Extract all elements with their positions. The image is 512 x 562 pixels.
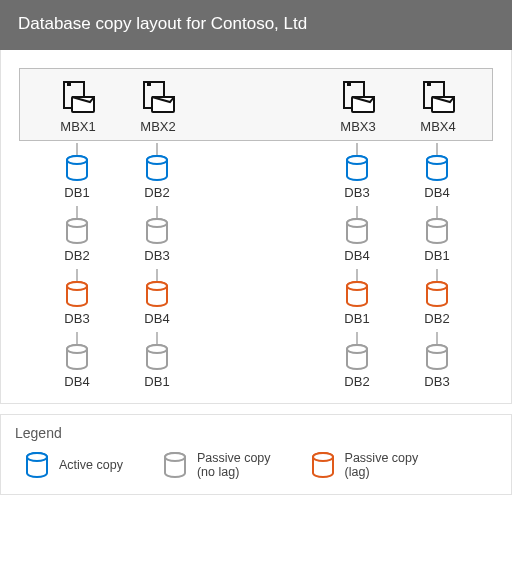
server-mbx3: MBX3 xyxy=(318,79,398,134)
server-icon xyxy=(61,79,95,113)
database-copy: DB2 xyxy=(424,269,449,330)
database-copy: DB3 xyxy=(344,143,369,204)
db-column-mbx2: DB2 DB3 DB4 DB1 xyxy=(117,141,197,393)
database-label: DB4 xyxy=(64,374,89,389)
svg-point-21 xyxy=(147,156,167,164)
database-icon xyxy=(25,452,49,478)
database-grid: DB1 DB2 DB3 DB4 DB2 xyxy=(19,141,493,393)
database-copy: DB1 xyxy=(344,269,369,330)
svg-point-19 xyxy=(67,345,87,353)
svg-point-37 xyxy=(427,156,447,164)
server-mbx1: MBX1 xyxy=(38,79,118,134)
svg-point-41 xyxy=(427,282,447,290)
database-icon xyxy=(425,155,449,181)
server-icon xyxy=(341,79,375,113)
server-mbx4: MBX4 xyxy=(398,79,478,134)
database-icon xyxy=(425,344,449,370)
database-label: DB1 xyxy=(424,248,449,263)
connector-line xyxy=(356,332,358,344)
connector-line xyxy=(356,206,358,218)
legend-passive-nolag: Passive copy(no lag) xyxy=(163,451,271,480)
database-icon xyxy=(345,281,369,307)
connector-line xyxy=(156,206,158,218)
database-icon xyxy=(425,281,449,307)
database-label: DB1 xyxy=(64,185,89,200)
database-copy: DB3 xyxy=(144,206,169,267)
database-label: DB3 xyxy=(424,374,449,389)
db-column-mbx4: DB4 DB1 DB2 DB3 xyxy=(397,141,477,393)
database-copy: DB1 xyxy=(424,206,449,267)
server-icon xyxy=(421,79,455,113)
svg-point-29 xyxy=(347,156,367,164)
database-copy: DB2 xyxy=(344,332,369,393)
database-copy: DB4 xyxy=(424,143,449,204)
connector-line xyxy=(76,206,78,218)
database-copy: DB2 xyxy=(144,143,169,204)
server-label: MBX2 xyxy=(140,119,175,134)
svg-point-31 xyxy=(347,219,367,227)
database-icon xyxy=(311,452,335,478)
server-label: MBX1 xyxy=(60,119,95,134)
db-column-mbx1: DB1 DB2 DB3 DB4 xyxy=(37,141,117,393)
database-copy: DB1 xyxy=(144,332,169,393)
database-label: DB2 xyxy=(144,185,169,200)
database-copy: DB4 xyxy=(64,332,89,393)
connector-line xyxy=(156,332,158,344)
database-icon xyxy=(425,218,449,244)
server-mbx2: MBX2 xyxy=(118,79,198,134)
svg-point-45 xyxy=(27,453,47,461)
database-icon xyxy=(65,218,89,244)
svg-point-33 xyxy=(347,282,367,290)
database-icon xyxy=(65,344,89,370)
legend-label: Passive copy(lag) xyxy=(345,451,419,480)
page-title: Database copy layout for Contoso, Ltd xyxy=(0,0,512,50)
svg-point-27 xyxy=(147,345,167,353)
connector-line xyxy=(76,269,78,281)
legend-title: Legend xyxy=(15,425,497,441)
legend-label: Passive copy(no lag) xyxy=(197,451,271,480)
connector-line xyxy=(156,269,158,281)
database-label: DB3 xyxy=(344,185,369,200)
server-icon xyxy=(141,79,175,113)
database-label: DB1 xyxy=(344,311,369,326)
database-label: DB4 xyxy=(344,248,369,263)
svg-point-23 xyxy=(147,219,167,227)
database-icon xyxy=(145,344,169,370)
svg-rect-7 xyxy=(347,82,351,86)
server-row: MBX1 MBX2 MBX3 MBX4 xyxy=(19,68,493,141)
database-copy: DB3 xyxy=(424,332,449,393)
server-label: MBX4 xyxy=(420,119,455,134)
database-label: DB2 xyxy=(424,311,449,326)
legend-passive-lag: Passive copy(lag) xyxy=(311,451,419,480)
database-copy: DB1 xyxy=(64,143,89,204)
svg-rect-4 xyxy=(147,82,151,86)
svg-point-39 xyxy=(427,219,447,227)
database-icon xyxy=(145,281,169,307)
connector-line xyxy=(436,332,438,344)
svg-rect-1 xyxy=(67,82,71,86)
database-icon xyxy=(65,155,89,181)
connector-line xyxy=(356,143,358,155)
connector-line xyxy=(436,206,438,218)
connector-line xyxy=(76,332,78,344)
database-label: DB3 xyxy=(64,311,89,326)
svg-point-47 xyxy=(165,453,185,461)
connector-line xyxy=(436,269,438,281)
connector-line xyxy=(356,269,358,281)
legend: Legend Active copy Passive copy(no lag) … xyxy=(0,414,512,495)
connector-line xyxy=(156,143,158,155)
legend-label: Active copy xyxy=(59,458,123,472)
database-copy: DB2 xyxy=(64,206,89,267)
database-label: DB2 xyxy=(64,248,89,263)
database-icon xyxy=(345,344,369,370)
db-column-mbx3: DB3 DB4 DB1 DB2 xyxy=(317,141,397,393)
svg-point-35 xyxy=(347,345,367,353)
svg-rect-10 xyxy=(427,82,431,86)
database-label: DB3 xyxy=(144,248,169,263)
svg-point-43 xyxy=(427,345,447,353)
database-copy: DB3 xyxy=(64,269,89,330)
server-label: MBX3 xyxy=(340,119,375,134)
database-icon xyxy=(65,281,89,307)
database-label: DB4 xyxy=(144,311,169,326)
connector-line xyxy=(436,143,438,155)
